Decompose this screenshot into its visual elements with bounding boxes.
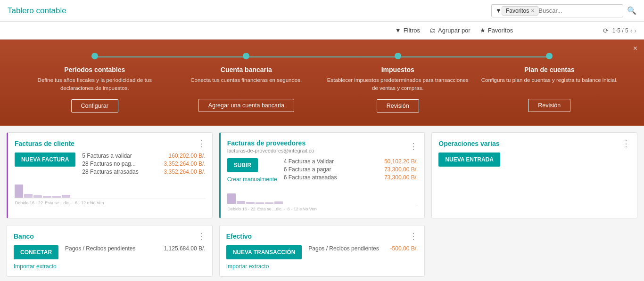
refresh-button[interactable]: ⟳ xyxy=(603,27,609,34)
chart-label-p1: Debido xyxy=(227,207,241,211)
mini-chart-cliente xyxy=(15,182,206,199)
bar-2 xyxy=(24,194,33,198)
hero-close-button[interactable]: × xyxy=(633,44,637,53)
bar-p1 xyxy=(227,193,236,204)
bar-p5 xyxy=(265,202,273,204)
tag-label: Favoritos xyxy=(506,8,529,14)
card-header-operaciones: Operaciones varias ⋮ xyxy=(438,139,630,148)
chart-label-p5: 6 - 12 ene. xyxy=(288,207,302,211)
stat-label-2: 28 Facturas no pag... xyxy=(82,161,135,167)
filterbar: ▼ Filtros 🗂 Agrupar por ★ Favoritos ⟳ 1-… xyxy=(0,22,644,40)
nueva-entrada-button[interactable]: NUEVA ENTRADA xyxy=(438,153,500,167)
group-label: Agrupar por xyxy=(438,27,471,34)
conectar-button[interactable]: CONECTAR xyxy=(14,245,58,259)
card-menu-operaciones[interactable]: ⋮ xyxy=(622,139,630,148)
bar-p6 xyxy=(274,201,283,204)
chart-label-1: Debido xyxy=(15,201,29,205)
step-dot-1 xyxy=(91,53,98,59)
step-plan-cuentas: Plan de cuentas Configura tu plan de cue… xyxy=(474,53,626,112)
card-title-operaciones: Operaciones varias xyxy=(438,140,499,147)
card-facturas-cliente: Facturas de cliente ⋮ NUEVA FACTURA 5 Fa… xyxy=(7,132,213,218)
importar-extracto-efectivo-link[interactable]: Importar extracto xyxy=(226,263,269,270)
stat-value-2: 3,352,264.00 B/. xyxy=(164,161,206,167)
bar-6 xyxy=(62,195,70,198)
card-title-banco: Banco xyxy=(14,233,34,240)
card-body-efectivo: NUEVA TRANSACCIÓN Importar extracto Pago… xyxy=(226,245,418,270)
stat-row-p1[interactable]: 4 Facturas a Validar 50,102.20 B/. xyxy=(284,158,418,165)
step-btn-3[interactable]: Revisión xyxy=(377,99,419,112)
chart-labels-cliente: Debido 16 - 22 dic. Esta semana ...dic. … xyxy=(15,201,206,205)
chart-area-proveedores: Debido 16 - 22 dic. Esta semana ...dic. … xyxy=(227,188,418,211)
stat-label-banco: Pagos / Recibos pendientes xyxy=(65,245,135,252)
group-icon: 🗂 xyxy=(429,27,436,34)
title-part1: Tablero xyxy=(8,6,36,15)
card-actions-efectivo: NUEVA TRANSACCIÓN Importar extracto xyxy=(226,245,302,270)
stat-value-efectivo: -500.00 B/. xyxy=(390,245,418,252)
subir-button[interactable]: SUBIR xyxy=(227,158,258,172)
stat-value-p2: 73,300.00 B/. xyxy=(384,166,418,173)
filter-icon: ▼ xyxy=(395,27,401,34)
card-menu-banco[interactable]: ⋮ xyxy=(197,232,206,241)
nueva-transaccion-button[interactable]: NUEVA TRANSACCIÓN xyxy=(226,245,302,259)
mini-chart-proveedores xyxy=(227,188,418,205)
card-menu-facturas-cliente[interactable]: ⋮ xyxy=(197,139,206,148)
prev-page-button[interactable]: ‹ xyxy=(630,27,633,34)
card-subtitle-proveedores: facturas-de-proveedores@integrait.co xyxy=(227,148,314,153)
card-body-banco: CONECTAR Importar extracto Pagos / Recib… xyxy=(14,245,206,270)
step-periodos: Períodos contables Define tus años fisca… xyxy=(19,53,171,112)
search-input[interactable] xyxy=(538,7,614,14)
stat-value-p3: 73,300.00 B/. xyxy=(384,174,418,181)
step-dot-2 xyxy=(243,53,249,59)
stat-label-3: 28 Facturas atrasadas xyxy=(82,169,138,175)
step-desc-4: Configura tu plan de cuentas y registra … xyxy=(481,76,618,92)
card-stats-facturas-cliente: 5 Facturas a validar 160,202.00 B/. 28 F… xyxy=(82,153,205,177)
stat-row-1[interactable]: 5 Facturas a validar 160,202.00 B/. xyxy=(82,153,205,159)
favorites-label: Favoritos xyxy=(488,27,513,34)
bar-3 xyxy=(33,195,42,198)
step-btn-2[interactable]: Agregar una cuenta bancaria xyxy=(198,99,294,112)
search-button[interactable]: 🔍 xyxy=(627,6,636,15)
card-menu-efectivo[interactable]: ⋮ xyxy=(409,232,418,241)
favorites-tag[interactable]: Favoritos × xyxy=(502,6,538,16)
card-banco: Banco ⋮ CONECTAR Importar extracto Pagos… xyxy=(7,225,213,277)
card-header-banco: Banco ⋮ xyxy=(14,232,206,241)
stat-row-p3[interactable]: 6 Facturas atrasadas 73,300.00 B/. xyxy=(284,174,418,181)
filters-button[interactable]: ▼ Filtros xyxy=(395,27,420,34)
step-btn-1[interactable]: Configurar xyxy=(71,99,118,112)
card-header-efectivo: Efectivo ⋮ xyxy=(226,232,418,241)
stat-row-efectivo[interactable]: Pagos / Recibos pendientes -500.00 B/. xyxy=(308,245,418,252)
step-btn-4[interactable]: Revisión xyxy=(528,99,570,112)
chart-label-6: No Vencido xyxy=(90,201,104,205)
step-desc-1: Define tus años fiscales y la periodicid… xyxy=(24,76,166,93)
bar-5 xyxy=(52,196,61,198)
card-stats-efectivo: Pagos / Recibos pendientes -500.00 B/. xyxy=(308,245,418,253)
pagination-area: ⟳ 1-5 / 5 ‹ › xyxy=(603,27,636,34)
chart-label-p2: 16 - 22 dic. xyxy=(242,207,256,211)
stat-row-p2[interactable]: 6 Facturas a pagar 73,300.00 B/. xyxy=(284,166,418,173)
stat-value-3: 3,352,264.00 B/. xyxy=(164,169,206,175)
filter-icon: ▼ xyxy=(495,7,502,14)
importar-extracto-banco-link[interactable]: Importar extracto xyxy=(14,263,57,270)
pagination: 1-5 / 5 ‹ › xyxy=(612,27,636,34)
nueva-factura-button[interactable]: NUEVA FACTURA xyxy=(15,153,75,167)
group-by-button[interactable]: 🗂 Agrupar por xyxy=(429,27,471,34)
tag-close-btn[interactable]: × xyxy=(531,8,534,14)
next-page-button[interactable]: › xyxy=(634,27,636,34)
card-menu-proveedores[interactable]: ⋮ xyxy=(409,142,418,151)
card-actions-operaciones: NUEVA ENTRADA xyxy=(438,153,500,167)
stat-row-banco[interactable]: Pagos / Recibos pendientes 1,125,684.00 … xyxy=(65,245,206,252)
chart-label-3: Esta semana xyxy=(45,201,59,205)
crear-manualmente-link[interactable]: Crear manualmente xyxy=(227,176,277,183)
step-impuestos: Impuestos Establecer impuestos predeterm… xyxy=(322,53,474,112)
step-cuenta-bancaria: Cuenta bancaria Conecta tus cuentas fina… xyxy=(171,53,322,112)
card-stats-proveedores: 4 Facturas a Validar 50,102.20 B/. 6 Fac… xyxy=(284,158,418,182)
topbar: Tablero contable ▼ Favoritos × 🔍 xyxy=(0,0,644,22)
stat-row-3[interactable]: 28 Facturas atrasadas 3,352,264.00 B/. xyxy=(82,169,205,175)
chart-area-cliente: Debido 16 - 22 dic. Esta semana ...dic. … xyxy=(15,182,206,205)
card-title-proveedores: Facturas de proveedores xyxy=(227,139,314,147)
bar-4 xyxy=(43,196,51,198)
bar-1 xyxy=(15,185,23,198)
stat-row-2[interactable]: 28 Facturas no pag... 3,352,264.00 B/. xyxy=(82,161,205,167)
favorites-button[interactable]: ★ Favoritos xyxy=(480,27,513,34)
bar-p4 xyxy=(256,202,264,204)
